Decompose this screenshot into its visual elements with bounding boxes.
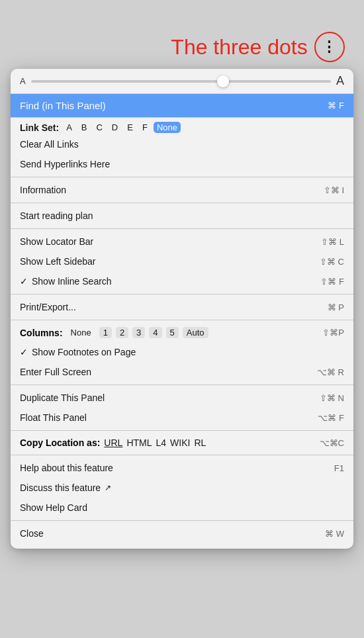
columns-row: Columns: None 1 2 3 4 5 Auto ⇧⌘P	[11, 323, 353, 342]
float-panel-label: Float This Panel	[20, 412, 87, 423]
link-letters-row: Link Set: A B C D E F None	[11, 120, 353, 134]
information-item[interactable]: Information ⇧⌘ I	[11, 180, 353, 200]
find-row[interactable]: Find (in This Panel) ⌘ F	[11, 94, 353, 118]
close-shortcut: ⌘ W	[325, 529, 344, 539]
enter-full-screen-label: Enter Full Screen	[20, 367, 91, 377]
column-5[interactable]: 5	[166, 327, 179, 338]
show-inline-search-shortcut: ⇧⌘ F	[320, 277, 344, 287]
three-dots-button[interactable]: ⋮	[314, 32, 345, 62]
reading-plan-section: Start reading plan	[11, 203, 353, 229]
checkmark-icon: ✓	[20, 276, 28, 287]
float-panel-shortcut: ⌥⌘ F	[318, 413, 344, 423]
clear-all-links-item[interactable]: Clear All Links	[11, 134, 353, 154]
show-footnotes-item[interactable]: ✓ Show Footnotes on Page	[11, 342, 353, 362]
column-auto[interactable]: Auto	[183, 327, 208, 338]
link-set-section: Link Set: A B C D E F None Clear All Lin…	[11, 118, 353, 177]
copy-html[interactable]: HTML	[126, 437, 152, 448]
slider-thumb[interactable]	[217, 75, 229, 87]
link-letter-a[interactable]: A	[63, 122, 75, 133]
start-reading-plan-label: Start reading plan	[20, 210, 93, 221]
footnotes-checkmark-icon: ✓	[20, 347, 28, 357]
print-export-shortcut: ⌘ P	[328, 302, 344, 312]
font-large-label: A	[336, 74, 344, 88]
help-about-item[interactable]: Help about this feature F1	[11, 458, 353, 478]
link-letter-e[interactable]: E	[124, 122, 136, 133]
information-section: Information ⇧⌘ I	[11, 177, 353, 203]
show-help-card-item[interactable]: Show Help Card	[11, 498, 353, 518]
show-inline-search-item[interactable]: ✓ Show Inline Search ⇧⌘ F	[11, 271, 353, 291]
information-shortcut: ⇧⌘ I	[324, 185, 344, 195]
show-locator-bar-label: Show Locator Bar	[20, 236, 93, 247]
show-items-section: Show Locator Bar ⇧⌘ L Show Left Sidebar …	[11, 229, 353, 295]
copy-location-section: Copy Location as: URL HTML L4 WIKI RL ⌥⌘…	[11, 431, 353, 455]
panel-section: Duplicate This Panel ⇧⌘ N Float This Pan…	[11, 385, 353, 431]
help-f1-shortcut: F1	[334, 463, 344, 473]
column-2[interactable]: 2	[116, 327, 128, 338]
print-export-label: Print/Export...	[20, 302, 76, 312]
copy-rl[interactable]: RL	[194, 437, 206, 448]
clear-all-links-label: Clear All Links	[20, 139, 79, 150]
copy-location-label: Copy Location as:	[20, 437, 100, 448]
enter-full-screen-item[interactable]: Enter Full Screen ⌥⌘ R	[11, 362, 353, 382]
start-reading-plan-item[interactable]: Start reading plan	[11, 206, 353, 226]
font-size-slider[interactable]	[31, 80, 331, 83]
external-link-icon: ↗	[105, 483, 111, 492]
copy-wiki[interactable]: WIKI	[170, 437, 190, 448]
print-export-item[interactable]: Print/Export... ⌘ P	[11, 297, 353, 317]
show-locator-bar-item[interactable]: Show Locator Bar ⇧⌘ L	[11, 232, 353, 251]
copy-url[interactable]: URL	[104, 437, 122, 448]
annotation-area: The three dots ⋮	[158, 32, 357, 62]
float-panel-item[interactable]: Float This Panel ⌥⌘ F	[11, 408, 353, 428]
duplicate-panel-label: Duplicate This Panel	[20, 392, 105, 403]
duplicate-panel-shortcut: ⇧⌘ N	[320, 393, 344, 403]
annotation-text: The three dots	[171, 35, 307, 60]
show-left-sidebar-label: Show Left Sidebar	[20, 256, 95, 267]
find-label: Find (in This Panel)	[20, 100, 106, 111]
font-small-label: A	[20, 76, 26, 86]
enter-full-screen-shortcut: ⌥⌘ R	[317, 367, 344, 377]
columns-shortcut: ⇧⌘P	[322, 328, 344, 338]
column-none[interactable]: None	[67, 327, 95, 338]
vertical-dots-icon: ⋮	[322, 40, 337, 54]
link-letter-none[interactable]: None	[154, 122, 181, 133]
send-hyperlinks-label: Send Hyperlinks Here	[20, 159, 110, 169]
show-inline-search-label: ✓ Show Inline Search	[20, 276, 112, 287]
copy-l4[interactable]: L4	[156, 437, 167, 448]
columns-section: Columns: None 1 2 3 4 5 Auto ⇧⌘P ✓ Show …	[11, 320, 353, 385]
link-letter-f[interactable]: F	[139, 122, 151, 133]
link-letter-d[interactable]: D	[109, 122, 121, 133]
column-4[interactable]: 4	[149, 327, 161, 338]
show-left-sidebar-shortcut: ⇧⌘ C	[320, 257, 344, 267]
find-shortcut: ⌘ F	[328, 101, 344, 111]
help-section: Help about this feature F1 Discuss this …	[11, 455, 353, 521]
column-3[interactable]: 3	[132, 327, 145, 338]
show-help-card-label: Show Help Card	[20, 502, 87, 513]
show-locator-bar-shortcut: ⇧⌘ L	[321, 237, 344, 247]
show-footnotes-label: ✓ Show Footnotes on Page	[20, 347, 136, 357]
copy-location-row: Copy Location as: URL HTML L4 WIKI RL ⌥⌘…	[11, 433, 353, 452]
duplicate-panel-item[interactable]: Duplicate This Panel ⇧⌘ N	[11, 388, 353, 408]
copy-shortcut: ⌥⌘C	[320, 438, 344, 448]
font-size-row: A A	[11, 69, 353, 94]
close-item[interactable]: Close ⌘ W	[11, 524, 353, 543]
show-left-sidebar-item[interactable]: Show Left Sidebar ⇧⌘ C	[11, 251, 353, 271]
information-label: Information	[20, 185, 66, 195]
discuss-label: Discuss this feature ↗	[20, 482, 111, 493]
print-section: Print/Export... ⌘ P	[11, 295, 353, 320]
column-1[interactable]: 1	[99, 327, 112, 338]
link-set-title: Link Set:	[20, 122, 59, 133]
columns-label: Columns:	[20, 328, 63, 338]
dropdown-menu: A A Find (in This Panel) ⌘ F Link Set: A…	[11, 69, 353, 549]
help-about-label: Help about this feature	[20, 463, 113, 473]
close-label: Close	[20, 528, 44, 539]
close-section: Close ⌘ W	[11, 521, 353, 546]
discuss-item[interactable]: Discuss this feature ↗	[11, 478, 353, 498]
link-letter-b[interactable]: B	[78, 122, 91, 133]
link-letter-c[interactable]: C	[93, 122, 105, 133]
send-hyperlinks-item[interactable]: Send Hyperlinks Here	[11, 154, 353, 174]
